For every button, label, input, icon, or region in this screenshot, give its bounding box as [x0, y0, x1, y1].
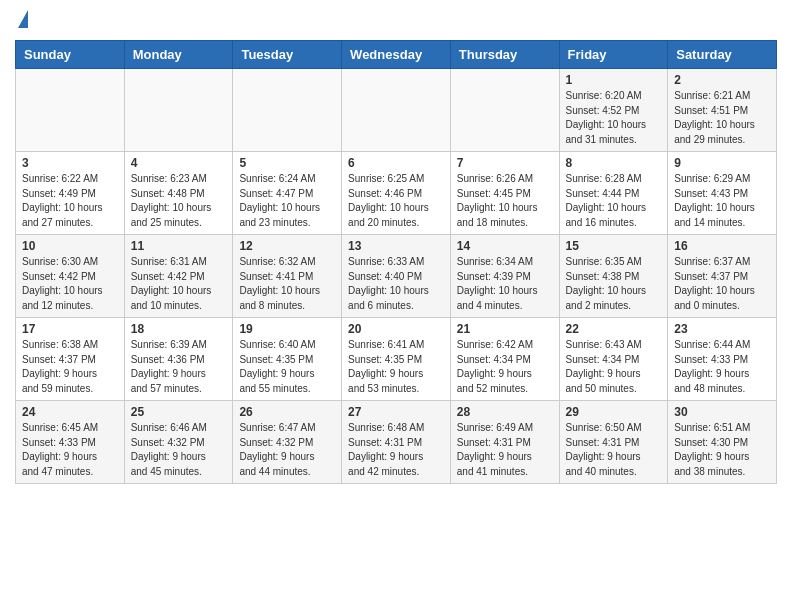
day-number: 21 [457, 322, 553, 336]
weekday-header-monday: Monday [124, 41, 233, 69]
day-number: 6 [348, 156, 444, 170]
day-info: Sunrise: 6:23 AM Sunset: 4:48 PM Dayligh… [131, 172, 227, 230]
day-info: Sunrise: 6:21 AM Sunset: 4:51 PM Dayligh… [674, 89, 770, 147]
calendar-cell [16, 69, 125, 152]
weekday-header-thursday: Thursday [450, 41, 559, 69]
day-number: 27 [348, 405, 444, 419]
calendar-cell: 23Sunrise: 6:44 AM Sunset: 4:33 PM Dayli… [668, 318, 777, 401]
calendar-cell: 29Sunrise: 6:50 AM Sunset: 4:31 PM Dayli… [559, 401, 668, 484]
day-number: 7 [457, 156, 553, 170]
calendar-cell: 20Sunrise: 6:41 AM Sunset: 4:35 PM Dayli… [342, 318, 451, 401]
day-info: Sunrise: 6:40 AM Sunset: 4:35 PM Dayligh… [239, 338, 335, 396]
calendar-cell: 24Sunrise: 6:45 AM Sunset: 4:33 PM Dayli… [16, 401, 125, 484]
calendar-cell: 8Sunrise: 6:28 AM Sunset: 4:44 PM Daylig… [559, 152, 668, 235]
day-info: Sunrise: 6:33 AM Sunset: 4:40 PM Dayligh… [348, 255, 444, 313]
day-number: 28 [457, 405, 553, 419]
calendar-week-5: 24Sunrise: 6:45 AM Sunset: 4:33 PM Dayli… [16, 401, 777, 484]
calendar-cell: 30Sunrise: 6:51 AM Sunset: 4:30 PM Dayli… [668, 401, 777, 484]
calendar-cell: 26Sunrise: 6:47 AM Sunset: 4:32 PM Dayli… [233, 401, 342, 484]
calendar-cell: 10Sunrise: 6:30 AM Sunset: 4:42 PM Dayli… [16, 235, 125, 318]
calendar-cell: 19Sunrise: 6:40 AM Sunset: 4:35 PM Dayli… [233, 318, 342, 401]
calendar-header-row: SundayMondayTuesdayWednesdayThursdayFrid… [16, 41, 777, 69]
day-number: 20 [348, 322, 444, 336]
calendar-cell: 9Sunrise: 6:29 AM Sunset: 4:43 PM Daylig… [668, 152, 777, 235]
calendar-cell [124, 69, 233, 152]
day-info: Sunrise: 6:38 AM Sunset: 4:37 PM Dayligh… [22, 338, 118, 396]
day-info: Sunrise: 6:39 AM Sunset: 4:36 PM Dayligh… [131, 338, 227, 396]
day-info: Sunrise: 6:42 AM Sunset: 4:34 PM Dayligh… [457, 338, 553, 396]
day-number: 15 [566, 239, 662, 253]
day-info: Sunrise: 6:50 AM Sunset: 4:31 PM Dayligh… [566, 421, 662, 479]
weekday-header-saturday: Saturday [668, 41, 777, 69]
day-number: 4 [131, 156, 227, 170]
day-info: Sunrise: 6:44 AM Sunset: 4:33 PM Dayligh… [674, 338, 770, 396]
calendar-cell: 5Sunrise: 6:24 AM Sunset: 4:47 PM Daylig… [233, 152, 342, 235]
day-info: Sunrise: 6:31 AM Sunset: 4:42 PM Dayligh… [131, 255, 227, 313]
calendar-cell: 22Sunrise: 6:43 AM Sunset: 4:34 PM Dayli… [559, 318, 668, 401]
calendar-cell: 27Sunrise: 6:48 AM Sunset: 4:31 PM Dayli… [342, 401, 451, 484]
calendar-week-2: 3Sunrise: 6:22 AM Sunset: 4:49 PM Daylig… [16, 152, 777, 235]
day-number: 8 [566, 156, 662, 170]
day-number: 10 [22, 239, 118, 253]
day-info: Sunrise: 6:24 AM Sunset: 4:47 PM Dayligh… [239, 172, 335, 230]
day-info: Sunrise: 6:22 AM Sunset: 4:49 PM Dayligh… [22, 172, 118, 230]
calendar-cell: 2Sunrise: 6:21 AM Sunset: 4:51 PM Daylig… [668, 69, 777, 152]
weekday-header-wednesday: Wednesday [342, 41, 451, 69]
calendar-cell [450, 69, 559, 152]
calendar-cell: 18Sunrise: 6:39 AM Sunset: 4:36 PM Dayli… [124, 318, 233, 401]
calendar-cell: 6Sunrise: 6:25 AM Sunset: 4:46 PM Daylig… [342, 152, 451, 235]
calendar-cell: 16Sunrise: 6:37 AM Sunset: 4:37 PM Dayli… [668, 235, 777, 318]
day-number: 25 [131, 405, 227, 419]
calendar-cell: 15Sunrise: 6:35 AM Sunset: 4:38 PM Dayli… [559, 235, 668, 318]
calendar-week-4: 17Sunrise: 6:38 AM Sunset: 4:37 PM Dayli… [16, 318, 777, 401]
day-number: 13 [348, 239, 444, 253]
calendar-cell: 13Sunrise: 6:33 AM Sunset: 4:40 PM Dayli… [342, 235, 451, 318]
calendar-cell: 21Sunrise: 6:42 AM Sunset: 4:34 PM Dayli… [450, 318, 559, 401]
calendar-cell: 1Sunrise: 6:20 AM Sunset: 4:52 PM Daylig… [559, 69, 668, 152]
day-number: 9 [674, 156, 770, 170]
day-info: Sunrise: 6:29 AM Sunset: 4:43 PM Dayligh… [674, 172, 770, 230]
day-info: Sunrise: 6:28 AM Sunset: 4:44 PM Dayligh… [566, 172, 662, 230]
calendar-cell: 12Sunrise: 6:32 AM Sunset: 4:41 PM Dayli… [233, 235, 342, 318]
day-info: Sunrise: 6:20 AM Sunset: 4:52 PM Dayligh… [566, 89, 662, 147]
day-info: Sunrise: 6:25 AM Sunset: 4:46 PM Dayligh… [348, 172, 444, 230]
day-info: Sunrise: 6:37 AM Sunset: 4:37 PM Dayligh… [674, 255, 770, 313]
day-number: 30 [674, 405, 770, 419]
day-info: Sunrise: 6:49 AM Sunset: 4:31 PM Dayligh… [457, 421, 553, 479]
weekday-header-friday: Friday [559, 41, 668, 69]
logo [15, 10, 30, 30]
day-info: Sunrise: 6:41 AM Sunset: 4:35 PM Dayligh… [348, 338, 444, 396]
calendar-cell: 17Sunrise: 6:38 AM Sunset: 4:37 PM Dayli… [16, 318, 125, 401]
day-number: 1 [566, 73, 662, 87]
calendar-cell [342, 69, 451, 152]
day-number: 5 [239, 156, 335, 170]
day-info: Sunrise: 6:45 AM Sunset: 4:33 PM Dayligh… [22, 421, 118, 479]
day-number: 16 [674, 239, 770, 253]
day-info: Sunrise: 6:32 AM Sunset: 4:41 PM Dayligh… [239, 255, 335, 313]
calendar-cell: 14Sunrise: 6:34 AM Sunset: 4:39 PM Dayli… [450, 235, 559, 318]
day-number: 3 [22, 156, 118, 170]
day-info: Sunrise: 6:46 AM Sunset: 4:32 PM Dayligh… [131, 421, 227, 479]
calendar-cell [233, 69, 342, 152]
day-info: Sunrise: 6:26 AM Sunset: 4:45 PM Dayligh… [457, 172, 553, 230]
day-info: Sunrise: 6:47 AM Sunset: 4:32 PM Dayligh… [239, 421, 335, 479]
calendar-cell: 4Sunrise: 6:23 AM Sunset: 4:48 PM Daylig… [124, 152, 233, 235]
calendar-week-1: 1Sunrise: 6:20 AM Sunset: 4:52 PM Daylig… [16, 69, 777, 152]
day-info: Sunrise: 6:51 AM Sunset: 4:30 PM Dayligh… [674, 421, 770, 479]
logo-triangle-icon [18, 10, 28, 28]
day-number: 17 [22, 322, 118, 336]
day-number: 29 [566, 405, 662, 419]
day-number: 26 [239, 405, 335, 419]
calendar-cell: 7Sunrise: 6:26 AM Sunset: 4:45 PM Daylig… [450, 152, 559, 235]
page: SundayMondayTuesdayWednesdayThursdayFrid… [0, 0, 792, 499]
day-info: Sunrise: 6:35 AM Sunset: 4:38 PM Dayligh… [566, 255, 662, 313]
day-number: 14 [457, 239, 553, 253]
weekday-header-sunday: Sunday [16, 41, 125, 69]
day-info: Sunrise: 6:43 AM Sunset: 4:34 PM Dayligh… [566, 338, 662, 396]
day-number: 18 [131, 322, 227, 336]
day-info: Sunrise: 6:30 AM Sunset: 4:42 PM Dayligh… [22, 255, 118, 313]
day-number: 22 [566, 322, 662, 336]
day-info: Sunrise: 6:34 AM Sunset: 4:39 PM Dayligh… [457, 255, 553, 313]
weekday-header-tuesday: Tuesday [233, 41, 342, 69]
day-number: 11 [131, 239, 227, 253]
